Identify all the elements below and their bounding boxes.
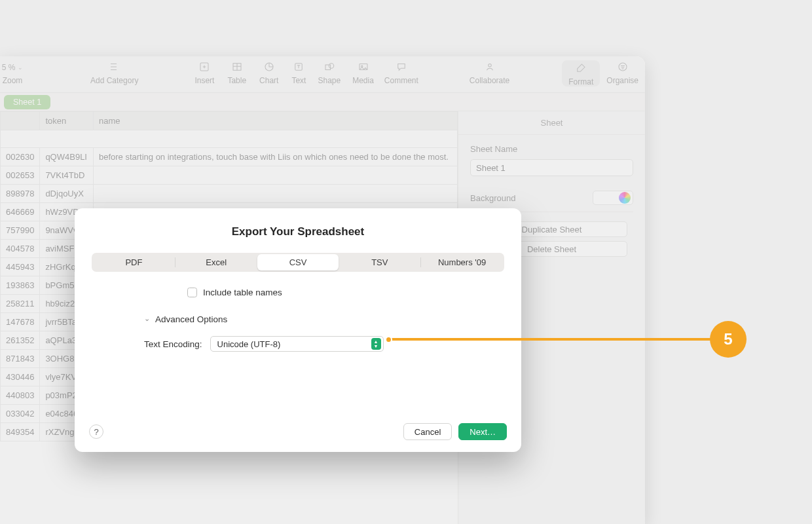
- svg-point-8: [488, 64, 491, 67]
- include-table-names-row[interactable]: Include table names: [187, 288, 521, 297]
- filter-icon: [617, 61, 629, 75]
- cell[interactable]: 445943: [1, 258, 40, 276]
- annotation-leader-line: [390, 338, 711, 341]
- color-wheel-icon: [619, 192, 631, 204]
- cell[interactable]: 147678: [1, 313, 40, 331]
- seg-excel[interactable]: Excel: [175, 254, 257, 271]
- media-button[interactable]: Media: [352, 60, 374, 85]
- cancel-button[interactable]: Cancel: [403, 423, 452, 440]
- chart-button[interactable]: Chart: [259, 60, 278, 85]
- include-table-names-checkbox[interactable]: [187, 288, 197, 297]
- sheet-tab[interactable]: Sheet 1: [4, 95, 50, 109]
- table-row[interactable]: 898978dDjqoUyX: [1, 185, 458, 203]
- speech-icon: [396, 61, 407, 75]
- insert-button[interactable]: Insert: [194, 60, 214, 85]
- advanced-options-toggle[interactable]: ⌄ Advanced Options: [144, 314, 521, 324]
- chevron-down-icon: ⌄: [144, 314, 150, 323]
- table-icon: [231, 61, 243, 75]
- seg-pdf[interactable]: PDF: [93, 254, 175, 271]
- updown-icon: ▲▼: [371, 338, 381, 350]
- text-encoding-value: Unicode (UTF-8): [217, 339, 281, 349]
- cell[interactable]: [93, 166, 457, 185]
- seg-tsv[interactable]: TSV: [339, 254, 420, 271]
- col-header-token[interactable]: token: [40, 112, 94, 130]
- seg-csv[interactable]: CSV: [257, 254, 339, 271]
- pie-icon: [263, 61, 275, 75]
- next-button[interactable]: Next…: [458, 423, 507, 440]
- col-header-name[interactable]: name: [93, 112, 457, 130]
- background-color-well[interactable]: [593, 191, 633, 205]
- text-encoding-label: Text Encoding:: [144, 339, 202, 349]
- export-dialog: Export Your Spreadsheet PDF Excel CSV TS…: [75, 208, 521, 452]
- text-button[interactable]: Text: [291, 60, 306, 85]
- svg-point-5: [329, 63, 334, 68]
- text-encoding-select[interactable]: Unicode (UTF-8) ▲▼: [210, 336, 384, 352]
- comment-button[interactable]: Comment: [384, 60, 418, 85]
- shape-button[interactable]: Shape: [318, 60, 341, 85]
- cell[interactable]: 440803: [1, 386, 40, 405]
- svg-point-9: [619, 63, 627, 71]
- cell[interactable]: [93, 185, 457, 203]
- seg-numbers09[interactable]: Numbers '09: [421, 254, 503, 271]
- cell[interactable]: 258211: [1, 295, 40, 313]
- advanced-options-label: Advanced Options: [155, 314, 227, 324]
- dialog-title: Export Your Spreadsheet: [75, 225, 521, 238]
- cell[interactable]: 7VKt4TbD: [40, 166, 94, 185]
- zoom-control[interactable]: 5 % ⌄ Zoom: [0, 60, 29, 85]
- collaborate-button[interactable]: Collaborate: [470, 60, 509, 85]
- col-header-a[interactable]: [1, 112, 40, 130]
- add-category-button[interactable]: Add Category: [90, 60, 138, 85]
- cell[interactable]: 033042: [1, 405, 40, 423]
- sidebar-title: Sheet: [458, 111, 645, 135]
- chevron-down-icon: ⌄: [18, 64, 23, 71]
- cell[interactable]: 261352: [1, 331, 40, 350]
- text-icon: [293, 61, 304, 75]
- cell[interactable]: 430446: [1, 368, 40, 386]
- list-icon: [109, 61, 120, 75]
- dialog-footer: ? Cancel Next…: [75, 423, 521, 440]
- toolbar: 5 % ⌄ Zoom Add Category Insert Table: [0, 56, 645, 93]
- brush-icon: [575, 62, 587, 76]
- sheet-tab-label: Sheet 1: [13, 98, 41, 107]
- zoom-value: 5 %: [2, 63, 16, 72]
- cell[interactable]: 002653: [1, 166, 40, 185]
- table-header-row: token name: [1, 112, 458, 130]
- cell[interactable]: qQW4B9LI: [40, 148, 94, 166]
- shape-icon: [323, 61, 335, 75]
- cell[interactable]: 404578: [1, 240, 40, 258]
- cell[interactable]: 002630: [1, 148, 40, 166]
- image-icon: [358, 61, 369, 75]
- organise-button[interactable]: Organise: [606, 60, 638, 85]
- include-table-names-label: Include table names: [203, 288, 282, 297]
- cell[interactable]: before starting on integrations, touch b…: [93, 148, 457, 166]
- cell[interactable]: 871843: [1, 350, 40, 368]
- sheet-name-input[interactable]: [470, 159, 633, 176]
- annotation-number: 5: [724, 330, 732, 348]
- cell[interactable]: 898978: [1, 185, 40, 203]
- cell[interactable]: dDjqoUyX: [40, 185, 94, 203]
- sheet-name-label: Sheet Name: [470, 144, 633, 154]
- format-button[interactable]: Format: [562, 60, 600, 86]
- sheet-tab-bar: Sheet 1: [0, 93, 645, 111]
- annotation-anchor-dot: [385, 336, 392, 343]
- zoom-label: Zoom: [3, 76, 23, 85]
- cell[interactable]: 757990: [1, 221, 40, 240]
- cell[interactable]: 646669: [1, 203, 40, 221]
- collaborate-icon: [484, 61, 496, 75]
- table-button[interactable]: Table: [227, 60, 246, 85]
- table-row[interactable]: 0026537VKt4TbD: [1, 166, 458, 185]
- background-label: Background: [470, 193, 515, 203]
- table-row[interactable]: 002630qQW4B9LIbefore starting on integra…: [1, 148, 458, 166]
- annotation-step-badge: 5: [710, 321, 747, 358]
- format-segmented-control: PDF Excel CSV TSV Numbers '09: [92, 253, 504, 272]
- cell[interactable]: 849354: [1, 423, 40, 441]
- plus-box-icon: [198, 61, 210, 75]
- help-button[interactable]: ?: [89, 424, 103, 439]
- cell[interactable]: 193863: [1, 276, 40, 295]
